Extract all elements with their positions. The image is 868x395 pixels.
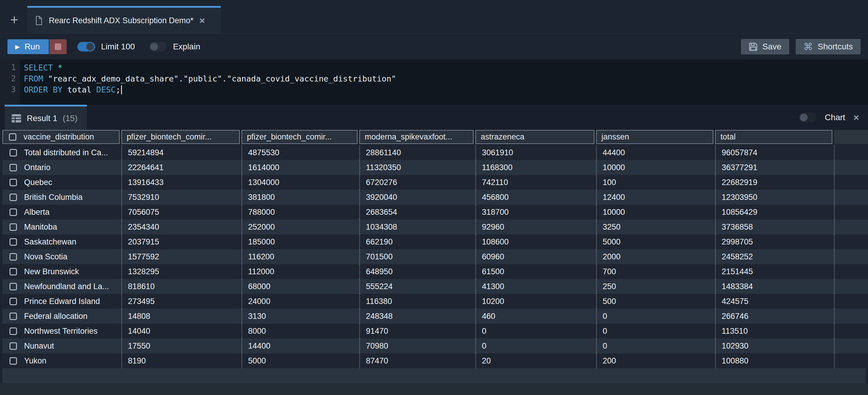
table-cell: 7532910 [121,190,242,205]
toggle-knob [86,43,94,51]
table-cell: 36377291 [715,160,834,175]
row-name-cell: Yukon [2,353,121,368]
table-cell: 14040 [121,324,242,338]
table-row: Quebec1391643313040006720276742110100226… [2,175,868,190]
table-cell: 0 [475,324,596,338]
row-name-cell: Alberta [2,205,121,219]
table-cell: 273495 [121,294,242,309]
code-line: FROM "rearc_adx_demo_data_share"."public… [24,73,868,84]
sql-token: FROM [24,74,43,83]
table-cell: 20 [475,353,596,368]
table-cell: 3920040 [359,190,475,205]
table-cell: 2458252 [715,249,834,264]
editor-tab[interactable]: Rearc Redshift ADX Subscription Demo* × [27,6,221,33]
table-cell: 116380 [359,294,475,309]
column-header-5[interactable]: janssen [596,130,713,144]
row-checkbox[interactable] [9,253,17,261]
table-cell: 1614000 [242,160,359,175]
row-checkbox[interactable] [9,357,17,365]
table-cell: 818610 [121,279,242,294]
column-header-2[interactable]: pfizer_biontech_comir... [242,130,358,144]
table-cell: 14808 [121,309,242,324]
table-cell: 460 [475,309,596,324]
row-checkbox[interactable] [9,238,17,246]
chart-controls: Chart × [799,105,859,130]
table-cell: 1168300 [475,160,596,175]
chart-toggle[interactable] [799,113,816,122]
column-header-6[interactable]: total [715,130,832,144]
row-checkbox[interactable] [9,179,17,186]
table-body: Total distributed in Ca...59214894487553… [2,145,868,368]
tab-close-icon[interactable]: × [199,16,205,25]
table-cell: 1483384 [715,279,834,294]
sql-editor[interactable]: SELECT *FROM "rearc_adx_demo_data_share"… [20,60,868,105]
row-checkbox[interactable] [9,283,17,290]
column-header-1[interactable]: pfizer_biontech_comir... [121,130,240,144]
tab-title: Rearc Redshift ADX Subscription Demo* [49,16,193,25]
new-tab-button[interactable]: + [7,11,22,28]
results-close-icon[interactable]: × [854,113,859,122]
limit-toggle[interactable] [78,42,95,52]
table-row: British Columbia753291038180039200404568… [2,190,868,205]
column-header-3[interactable]: moderna_spikevaxfoot... [359,130,473,144]
chart-label: Chart [825,113,845,122]
table-cell: 13916433 [121,175,242,190]
row-name-cell: New Brunswick [2,264,121,279]
code-line: SELECT * [24,62,868,73]
row-name-cell: Newfoundland and La... [2,279,121,294]
table-row: Alberta705607578800026836543187001000010… [2,205,868,219]
table-cell: 96057874 [715,145,834,160]
table-cell: 0 [596,338,715,353]
table-row: Newfoundland and La...818610680005552244… [2,279,868,294]
row-name-cell: Quebec [2,175,121,190]
row-checkbox[interactable] [9,313,17,320]
query-editor: 123 SELECT *FROM "rearc_adx_demo_data_sh… [0,60,868,105]
column-header-4[interactable]: astrazeneca [475,130,594,144]
table-cell: 2151445 [715,264,834,279]
explain-toggle[interactable] [149,42,167,52]
row-filler [834,264,868,279]
row-name: Nova Scotia [24,252,67,262]
table-cell: 1328295 [121,264,242,279]
row-checkbox[interactable] [9,328,17,335]
row-name: British Columbia [24,193,83,202]
row-checkbox[interactable] [9,149,17,156]
column-header-0[interactable]: vaccine_distribution [2,130,120,144]
table-cell: 2683654 [359,205,475,219]
table-cell: 116200 [242,249,359,264]
table-cell: 3130 [242,309,359,324]
table-cell: 100 [596,175,715,190]
row-checkbox[interactable] [9,194,17,201]
row-name-cell: Northwest Territories [2,324,121,338]
table-cell: 456800 [475,190,596,205]
save-button[interactable]: Save [741,39,789,55]
table-cell: 3061910 [475,145,596,160]
row-filler [834,338,868,353]
table-cell: 61500 [475,264,596,279]
table-cell: 424575 [715,294,834,309]
header-checkbox[interactable] [9,133,17,141]
row-name-cell: Prince Edward Island [2,294,121,309]
row-checkbox[interactable] [9,268,17,275]
row-checkbox[interactable] [9,298,17,305]
row-checkbox[interactable] [9,342,17,350]
run-button[interactable]: ▶ Run [7,39,49,54]
table-cell: 555224 [359,279,475,294]
row-checkbox[interactable] [9,223,17,231]
shortcuts-button[interactable]: ⌘ Shortcuts [796,39,861,55]
table-cell: 1304000 [242,175,359,190]
results-bar: Result 1 (15) Chart × [0,105,868,130]
row-name-cell: Ontario [2,160,121,175]
result-tab[interactable]: Result 1 (15) [5,105,87,130]
table-cell: 92960 [475,219,596,234]
table-cell: 59214894 [121,145,242,160]
table-cell: 12400 [596,190,715,205]
table-cell: 113510 [715,324,834,338]
stop-button[interactable] [50,39,67,54]
table-cell: 701500 [359,249,475,264]
sql-token: ORDER BY [24,85,62,94]
row-checkbox[interactable] [9,164,17,171]
sql-token: ; [116,85,121,94]
play-icon: ▶ [15,43,20,50]
row-checkbox[interactable] [9,209,17,216]
